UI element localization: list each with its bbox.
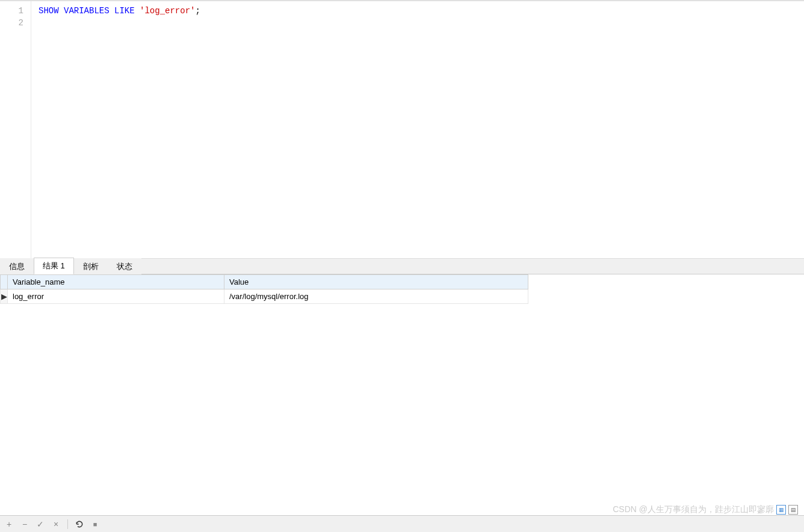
- bottom-toolbar: + − ✓ × ■: [0, 515, 804, 532]
- stop-button[interactable]: ■: [90, 519, 100, 530]
- table-row[interactable]: ▶ log_error /var/log/mysql/error.log: [1, 289, 528, 304]
- sql-string: 'log_error': [140, 6, 195, 16]
- cell-value[interactable]: /var/log/mysql/error.log: [224, 289, 528, 304]
- result-tabs-bar: 信息 结果 1 剖析 状态: [0, 259, 804, 274]
- add-row-button[interactable]: +: [4, 519, 14, 530]
- refresh-icon: [75, 520, 84, 528]
- line-number: 2: [0, 17, 31, 29]
- sql-editor-pane: 1 2 SHOW VARIABLES LIKE 'log_error';: [0, 0, 804, 259]
- line-number: 1: [0, 5, 31, 17]
- cell-variable-name[interactable]: log_error: [8, 289, 224, 304]
- sql-code-area[interactable]: SHOW VARIABLES LIKE 'log_error';: [31, 1, 804, 258]
- column-header-variable-name[interactable]: Variable_name: [8, 275, 224, 289]
- row-indicator-header: [1, 275, 8, 289]
- cancel-button[interactable]: ×: [51, 519, 61, 530]
- line-number-gutter: 1 2: [0, 1, 31, 258]
- sql-terminator: ;: [195, 6, 200, 16]
- sql-keyword: VARIABLES: [64, 6, 110, 16]
- table-header-row: Variable_name Value: [1, 275, 528, 289]
- tab-info[interactable]: 信息: [0, 258, 34, 274]
- tab-status[interactable]: 状态: [108, 258, 141, 274]
- column-header-value[interactable]: Value: [224, 275, 528, 289]
- row-indicator-icon: ▶: [1, 289, 8, 304]
- sql-keyword: LIKE: [114, 6, 135, 16]
- result-table-panel: Variable_name Value ▶ log_error /var/log…: [0, 274, 804, 515]
- sql-keyword: SHOW: [39, 6, 59, 16]
- tab-result1[interactable]: 结果 1: [34, 258, 74, 274]
- tab-profile[interactable]: 剖析: [74, 258, 108, 274]
- remove-row-button[interactable]: −: [19, 519, 30, 530]
- toolbar-separator: [67, 519, 68, 529]
- result-table: Variable_name Value ▶ log_error /var/log…: [0, 274, 528, 304]
- refresh-button[interactable]: [74, 519, 85, 530]
- apply-button[interactable]: ✓: [35, 519, 46, 530]
